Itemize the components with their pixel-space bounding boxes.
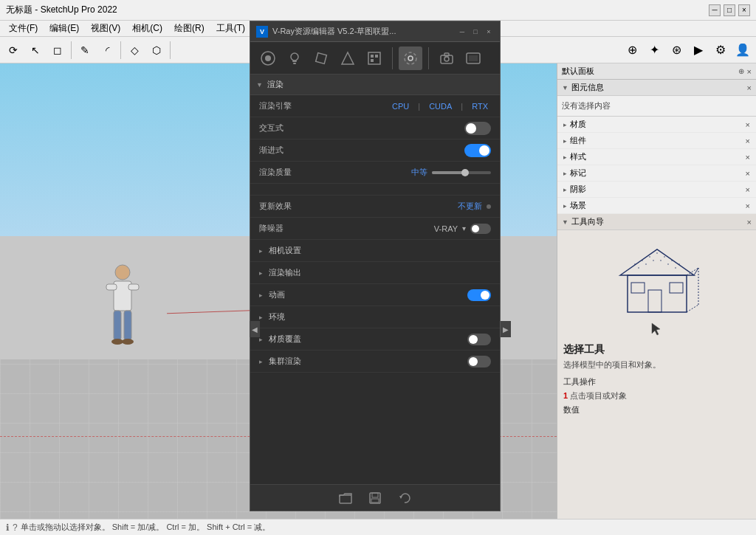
vray-content[interactable]: ▼ 渲染 渲染引擎 CPU | CUDA | RTX 交互式 [250, 75, 500, 484]
vray-title-text: V-Ray资源编辑器 V5.2-草图联盟... [272, 26, 396, 37]
engine-cuda-btn[interactable]: CUDA [426, 100, 455, 112]
camera-settings-row[interactable]: ▸ 相机设置 [250, 240, 500, 262]
vray-maximize[interactable]: □ [470, 27, 481, 37]
quality-slider-fill [432, 171, 464, 174]
panel-item-component[interactable]: ▸ 组件 × [557, 133, 756, 149]
status-bar: ℹ ? 单击或拖动以选择对象。 Shift = 加/减。 Ctrl = 加。 S… [0, 519, 756, 535]
denoiser-value: V-RAY [434, 224, 458, 233]
render-output-row[interactable]: ▸ 渲染输出 [250, 262, 500, 284]
panel-item-shadow[interactable]: ▸ 阴影 × [557, 182, 756, 198]
vray-bottom-undo[interactable] [396, 489, 413, 507]
menu-file[interactable]: 文件(F) [3, 21, 44, 36]
element-info-close[interactable]: × [747, 83, 752, 92]
panel-header-controls: ⊕ × [738, 67, 752, 76]
scene-close[interactable]: × [746, 201, 750, 210]
vray-btn-material[interactable] [362, 46, 386, 70]
vray-bottom-save[interactable] [366, 489, 384, 507]
animation-toggle[interactable] [467, 289, 491, 301]
panel-close-btn[interactable]: × [747, 67, 752, 76]
vray-toolbar-user[interactable]: 👤 [732, 40, 753, 61]
interactive-toggle[interactable] [464, 122, 491, 135]
menu-tools[interactable]: 工具(T) [210, 21, 251, 36]
vray-btn-light[interactable] [283, 46, 306, 70]
vray-scroll-right[interactable]: ▶ [501, 321, 511, 337]
toolbar-pencil[interactable]: ✎ [75, 40, 95, 61]
panel-item-style[interactable]: ▸ 样式 × [557, 149, 756, 165]
vray-render-section-header[interactable]: ▼ 渲染 [250, 75, 500, 95]
animation-row[interactable]: ▸ 动画 [250, 284, 500, 306]
vray-toolbar-render[interactable]: ▶ [688, 40, 709, 61]
svg-rect-15 [368, 52, 380, 64]
vray-btn-settings[interactable] [399, 46, 422, 70]
element-info-label: 图元信息 [571, 82, 604, 93]
panel-pin-btn[interactable]: ⊕ [738, 67, 744, 75]
material-override-toggle-knob [469, 335, 478, 344]
material-close[interactable]: × [746, 120, 750, 129]
tool-guide-panel: ▼ 工具向导 × [557, 214, 756, 519]
menu-edit[interactable]: 编辑(E) [44, 21, 85, 36]
progressive-toggle-container [464, 144, 491, 157]
distributed-row[interactable]: ▸ 集群渲染 [250, 351, 500, 373]
svg-point-41 [671, 260, 673, 261]
material-override-toggle[interactable] [467, 334, 491, 345]
progressive-toggle[interactable] [464, 144, 491, 157]
vray-toolbar-zoom[interactable]: ⊛ [666, 40, 687, 61]
vray-bottom-folder[interactable] [337, 489, 354, 507]
vray-bottom-bar [250, 484, 500, 511]
vray-toolbar-orbit[interactable]: ⊕ [622, 40, 642, 61]
material-override-row[interactable]: ▸ 材质覆盖 [250, 328, 500, 351]
minimize-button[interactable]: ─ [709, 4, 721, 16]
menu-draw[interactable]: 绘图(R) [168, 21, 210, 36]
environment-row[interactable]: ▸ 环境 [250, 306, 500, 328]
quality-slider-thumb[interactable] [461, 169, 469, 176]
toolbar-shapes[interactable]: ◇ [124, 40, 145, 61]
quality-slider-track[interactable] [432, 171, 491, 174]
svg-point-42 [678, 263, 680, 265]
menu-view[interactable]: 视图(V) [85, 21, 126, 36]
camera-expand-label: 相机设置 [269, 245, 491, 256]
component-label: 组件 [570, 135, 586, 146]
tag-label: 标记 [570, 168, 586, 179]
distributed-toggle[interactable] [467, 356, 491, 367]
style-close[interactable]: × [746, 153, 750, 162]
engine-rtx-btn[interactable]: RTX [469, 100, 491, 112]
tool-desc: 选择模型中的项目和对象。 [563, 359, 750, 370]
denoiser-dropdown-arrow[interactable]: ▾ [462, 224, 466, 232]
element-info-title-left: ▼ 图元信息 [562, 82, 604, 93]
tool-guide-close[interactable]: × [747, 218, 752, 227]
render-output-expand-arrow: ▸ [259, 269, 263, 277]
svg-rect-34 [631, 283, 645, 293]
toolbar-orbit[interactable]: ⟳ [3, 40, 24, 61]
tool-guide-header[interactable]: ▼ 工具向导 × [557, 214, 756, 230]
vray-close[interactable]: × [484, 27, 494, 37]
engine-cpu-btn[interactable]: CPU [389, 100, 412, 112]
vray-minimize[interactable]: ─ [457, 27, 467, 37]
shadow-close[interactable]: × [746, 185, 750, 194]
vray-btn-render-view[interactable] [461, 46, 485, 70]
vray-toolbar-pan[interactable]: ✦ [644, 40, 664, 61]
toolbar-eraser[interactable]: ◻ [47, 40, 68, 61]
panel-item-scene[interactable]: ▸ 场景 × [557, 198, 756, 214]
toolbar-push[interactable]: ⬡ [146, 40, 167, 61]
component-close[interactable]: × [746, 137, 750, 145]
toolbar-select[interactable]: ↖ [25, 40, 46, 61]
toolbar-arc[interactable]: ◜ [97, 40, 117, 61]
menu-camera[interactable]: 相机(C) [126, 21, 168, 36]
panel-item-tag[interactable]: ▸ 标记 × [557, 165, 756, 182]
maximize-button[interactable]: □ [724, 4, 735, 16]
tag-close[interactable]: × [746, 169, 750, 178]
component-arrow: ▸ [563, 137, 567, 145]
vray-toolbar-settings[interactable]: ⚙ [710, 40, 731, 61]
distributed-expand-arrow: ▸ [259, 358, 263, 365]
spacer-row [250, 184, 500, 196]
denoiser-toggle[interactable] [470, 224, 491, 234]
element-info-title[interactable]: ▼ 图元信息 × [557, 80, 756, 96]
panel-item-material[interactable]: ▸ 材质 × [557, 117, 756, 133]
vray-btn-render[interactable] [256, 46, 280, 70]
vray-scroll-left[interactable]: ◀ [250, 321, 260, 337]
close-button[interactable]: × [738, 4, 750, 16]
vray-btn-geometry[interactable] [309, 46, 333, 70]
vray-btn-texture[interactable] [336, 46, 360, 70]
update-effect-value: 不更新 [458, 201, 482, 212]
vray-btn-camera[interactable] [435, 46, 458, 70]
